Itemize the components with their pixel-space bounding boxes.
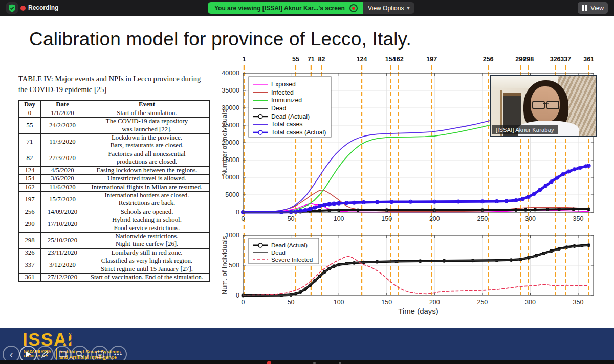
webcam-overlay[interactable]: [ISSAI] Aknur Karabay [490,75,597,137]
svg-text:300: 300 [525,299,536,306]
svg-text:Dead (Actual): Dead (Actual) [271,113,310,120]
svg-text:Immunized: Immunized [271,97,302,104]
svg-text:162: 162 [393,56,404,63]
chart-1: 05010015020025030035005001000Num. of Ind… [221,232,594,315]
table-cell-event: Unrestricted travel is allowed. [84,175,210,183]
table-row: 8222/3/2020Factories and all nonessentia… [19,150,210,166]
table-cell: 11/6/2020 [41,183,84,191]
table-cell: 154 [19,175,41,183]
svg-text:1: 1 [242,56,246,63]
header-day: Day [19,101,41,109]
events-table-body: 01/1/2020Start of the simulation.5524/2/… [19,109,210,282]
table-row: 16211/6/2020International flights in Mil… [19,183,210,191]
svg-text:Dead: Dead [271,249,286,256]
svg-text:Dead: Dead [271,105,287,112]
svg-text:35000: 35000 [222,87,239,94]
view-options-label: View Options [368,5,404,12]
table-row: 01/1/2020Start of the simulation. [19,109,210,117]
recording-label: Recording [28,4,58,11]
table-cell-event: Nationwide restrictions.Night-time curfe… [84,232,210,248]
dock-app-icon[interactable] [267,361,271,364]
table-cell: 124 [19,166,41,174]
pen-icon [41,350,49,358]
svg-text:Total cases: Total cases [271,121,303,128]
zoom-toolbar: Recording You are viewing [ISSAI] Aknur … [0,0,614,16]
table-cell-event: Lombardy still in red zone. [84,248,210,257]
table-cell: 4/5/2020 [41,166,84,174]
table-cell: 22/3/2020 [41,150,84,166]
table-cell-event: Lockdown in the province.Bars, restauran… [84,134,210,150]
stop-share-icon[interactable] [349,4,358,12]
svg-text:350: 350 [573,215,584,222]
viewing-banner-text: You are viewing [ISSAI] Aknur Kar...'s s… [214,5,345,12]
events-table-section: TABLE IV: Major events and NPIs in Lecco… [18,74,210,282]
more-icon: ••• [114,351,123,358]
table-cell-event: Start of the simulation. [84,109,210,117]
magnifier-icon [76,350,84,358]
events-table: Day Date Event 01/1/2020Start of the sim… [18,100,210,282]
table-cell: 0 [19,109,41,117]
captions-icon [96,351,104,358]
dock-strip[interactable] [0,360,614,364]
security-shield-icon[interactable] [6,2,18,14]
view-options-button[interactable]: View Options ▾ [363,2,415,14]
screen-share-banner: You are viewing [ISSAI] Aknur Kar...'s s… [208,2,414,14]
glasses [532,101,559,108]
svg-text:Num. of Individuals: Num. of Individuals [221,236,228,294]
svg-text:Severe Infected: Severe Infected [271,256,313,263]
svg-text:55: 55 [292,56,299,63]
table-cell: 25/10/2020 [41,232,84,248]
table-cell: 326 [19,248,41,257]
table-cell: 82 [19,150,41,166]
svg-text:300: 300 [525,215,536,222]
header-event: Event [84,101,210,109]
participant-name-tag: [ISSAI] Aknur Karabay [492,125,558,134]
play-icon [25,351,32,358]
svg-text:500: 500 [229,262,239,269]
svg-text:Exposed: Exposed [271,81,296,88]
table-cell: 298 [19,232,41,248]
svg-text:Infected: Infected [271,89,294,96]
view-button-label: View [590,5,604,12]
svg-text:150: 150 [381,299,392,306]
svg-text:0: 0 [242,215,245,222]
view-button[interactable]: View [578,2,608,14]
table-cell: 197 [19,191,41,208]
table-cell: 1/1/2020 [41,109,84,117]
svg-text:100: 100 [334,299,344,306]
svg-text:124: 124 [357,56,367,63]
table-row: 3373/12/2020Classified as very high risk… [19,257,210,274]
table-cell-event: Easing lockdown between the regions. [84,166,210,174]
table-row: 1543/6/2020Unrestricted travel is allowe… [19,175,210,183]
table-cell: 15/7/2020 [41,191,84,208]
svg-text:350: 350 [573,299,584,306]
viewing-banner: You are viewing [ISSAI] Aknur Kar...'s s… [208,2,363,14]
table-cell-event: Schools are opened. [84,208,210,216]
svg-text:256: 256 [483,56,494,63]
table-caption: TABLE IV: Major events and NPIs in Lecco… [18,74,210,95]
table-cell: 11/3/2020 [41,134,84,150]
frame-icon [59,351,67,357]
svg-text:0: 0 [242,299,245,306]
table-cell-event: The COVID-19 data repositorywas launched… [84,118,210,134]
table-row: 1244/5/2020Easing lockdown between the r… [19,166,210,174]
table-cell-event: Start of vaccination. End of the simulat… [84,273,210,281]
svg-text:0: 0 [236,292,239,299]
chart-legend: ExposedInfectedImmunizedDeadDead (Actual… [249,77,331,137]
svg-text:200: 200 [429,215,440,222]
table-cell: 162 [19,183,41,191]
chevron-left-icon: ‹ [10,349,13,359]
svg-text:200: 200 [429,299,440,306]
table-cell: 27/12/2020 [41,273,84,281]
table-cell: 71 [19,134,41,150]
svg-text:71: 71 [308,56,315,63]
table-cell-event: Classified as very high risk region.Stri… [84,257,210,274]
table-cell: 3/6/2020 [41,175,84,183]
table-cell: 55 [19,118,41,134]
svg-text:326: 326 [550,56,561,63]
svg-text:Time (days): Time (days) [398,307,438,315]
svg-text:50: 50 [288,299,295,306]
svg-text:150: 150 [381,215,392,222]
svg-text:197: 197 [426,56,437,63]
grid-view-icon [582,5,587,11]
